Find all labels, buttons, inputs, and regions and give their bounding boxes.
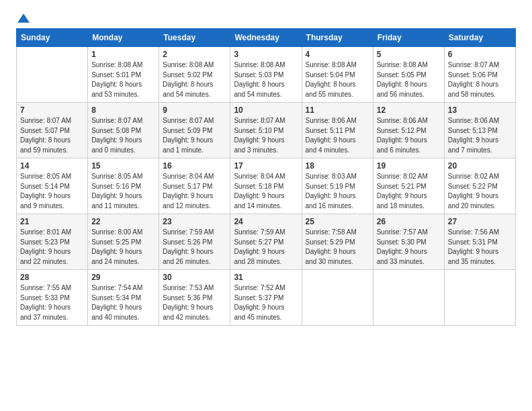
day-info: Sunrise: 7:55 AM Sunset: 5:33 PM Dayligh… — [20, 283, 84, 322]
calendar-cell: 9Sunrise: 8:07 AM Sunset: 5:09 PM Daylig… — [159, 103, 230, 158]
calendar-cell: 5Sunrise: 8:08 AM Sunset: 5:05 PM Daylig… — [373, 47, 444, 103]
calendar-cell: 16Sunrise: 8:04 AM Sunset: 5:17 PM Dayli… — [159, 158, 230, 214]
weekday-header-monday: Monday — [88, 29, 159, 47]
weekday-header-thursday: Thursday — [302, 29, 373, 47]
page: SundayMondayTuesdayWednesdayThursdayFrid… — [0, 0, 532, 411]
weekday-header-sunday: Sunday — [17, 29, 88, 47]
header — [16, 13, 516, 21]
calendar-cell — [302, 270, 373, 326]
day-info: Sunrise: 8:05 AM Sunset: 5:16 PM Dayligh… — [91, 172, 155, 211]
day-number: 5 — [377, 50, 441, 59]
day-number: 11 — [306, 105, 369, 115]
day-number: 3 — [234, 50, 298, 59]
day-number: 26 — [377, 217, 441, 226]
week-row-2: 7Sunrise: 8:07 AM Sunset: 5:07 PM Daylig… — [17, 103, 516, 158]
day-number: 10 — [234, 105, 298, 115]
svg-marker-0 — [17, 13, 30, 23]
day-number: 4 — [306, 50, 369, 59]
day-info: Sunrise: 7:59 AM Sunset: 5:27 PM Dayligh… — [234, 228, 298, 267]
calendar-cell: 28Sunrise: 7:55 AM Sunset: 5:33 PM Dayli… — [17, 270, 88, 326]
day-info: Sunrise: 7:52 AM Sunset: 5:37 PM Dayligh… — [234, 283, 298, 322]
calendar-cell: 17Sunrise: 8:04 AM Sunset: 5:18 PM Dayli… — [230, 158, 302, 214]
calendar-cell: 21Sunrise: 8:01 AM Sunset: 5:23 PM Dayli… — [17, 214, 88, 270]
day-number: 24 — [234, 217, 298, 226]
calendar-cell: 10Sunrise: 8:07 AM Sunset: 5:10 PM Dayli… — [230, 103, 302, 158]
calendar-cell — [17, 47, 88, 103]
day-number: 25 — [306, 217, 369, 226]
day-info: Sunrise: 8:07 AM Sunset: 5:10 PM Dayligh… — [234, 116, 298, 155]
calendar-cell: 22Sunrise: 8:00 AM Sunset: 5:25 PM Dayli… — [88, 214, 159, 270]
day-number: 29 — [91, 273, 155, 282]
calendar-cell — [444, 270, 515, 326]
weekday-header-friday: Friday — [373, 29, 444, 47]
day-number: 28 — [20, 273, 84, 282]
weekday-header-tuesday: Tuesday — [159, 29, 230, 47]
calendar-cell: 13Sunrise: 8:06 AM Sunset: 5:13 PM Dayli… — [444, 103, 515, 158]
calendar-cell: 6Sunrise: 8:07 AM Sunset: 5:06 PM Daylig… — [444, 47, 515, 103]
calendar-cell: 1Sunrise: 8:08 AM Sunset: 5:01 PM Daylig… — [88, 47, 159, 103]
day-number: 9 — [163, 105, 226, 115]
day-number: 20 — [448, 161, 512, 171]
day-info: Sunrise: 7:56 AM Sunset: 5:31 PM Dayligh… — [448, 228, 512, 267]
calendar-cell: 15Sunrise: 8:05 AM Sunset: 5:16 PM Dayli… — [88, 158, 159, 214]
day-number: 1 — [91, 50, 155, 59]
week-row-3: 14Sunrise: 8:05 AM Sunset: 5:14 PM Dayli… — [17, 158, 516, 214]
day-info: Sunrise: 8:06 AM Sunset: 5:11 PM Dayligh… — [306, 116, 369, 155]
day-info: Sunrise: 7:58 AM Sunset: 5:29 PM Dayligh… — [306, 228, 369, 267]
day-info: Sunrise: 8:02 AM Sunset: 5:22 PM Dayligh… — [448, 172, 512, 211]
day-number: 27 — [448, 217, 512, 226]
day-info: Sunrise: 8:08 AM Sunset: 5:04 PM Dayligh… — [306, 60, 369, 99]
calendar-cell: 12Sunrise: 8:06 AM Sunset: 5:12 PM Dayli… — [373, 103, 444, 158]
day-number: 12 — [377, 105, 441, 115]
day-info: Sunrise: 7:57 AM Sunset: 5:30 PM Dayligh… — [377, 228, 441, 267]
day-number: 23 — [163, 217, 226, 226]
day-info: Sunrise: 8:04 AM Sunset: 5:18 PM Dayligh… — [234, 172, 298, 211]
weekday-header-saturday: Saturday — [444, 29, 515, 47]
calendar-cell: 7Sunrise: 8:07 AM Sunset: 5:07 PM Daylig… — [17, 103, 88, 158]
day-info: Sunrise: 8:06 AM Sunset: 5:12 PM Dayligh… — [377, 116, 441, 155]
day-number: 18 — [306, 161, 369, 171]
day-info: Sunrise: 8:08 AM Sunset: 5:03 PM Dayligh… — [234, 60, 298, 99]
calendar-cell: 18Sunrise: 8:03 AM Sunset: 5:19 PM Dayli… — [302, 158, 373, 214]
day-info: Sunrise: 8:01 AM Sunset: 5:23 PM Dayligh… — [20, 228, 84, 267]
day-info: Sunrise: 7:53 AM Sunset: 5:36 PM Dayligh… — [163, 283, 226, 322]
calendar-cell: 23Sunrise: 7:59 AM Sunset: 5:26 PM Dayli… — [159, 214, 230, 270]
day-info: Sunrise: 8:07 AM Sunset: 5:06 PM Dayligh… — [448, 60, 512, 99]
day-info: Sunrise: 8:06 AM Sunset: 5:13 PM Dayligh… — [448, 116, 512, 155]
day-number: 6 — [448, 50, 512, 59]
calendar-cell: 2Sunrise: 8:08 AM Sunset: 5:02 PM Daylig… — [159, 47, 230, 103]
day-number: 15 — [91, 161, 155, 171]
calendar-cell: 14Sunrise: 8:05 AM Sunset: 5:14 PM Dayli… — [17, 158, 88, 214]
day-info: Sunrise: 8:05 AM Sunset: 5:14 PM Dayligh… — [20, 172, 84, 211]
day-number: 21 — [20, 217, 84, 226]
calendar-cell: 27Sunrise: 7:56 AM Sunset: 5:31 PM Dayli… — [444, 214, 515, 270]
day-info: Sunrise: 8:08 AM Sunset: 5:05 PM Dayligh… — [377, 60, 441, 99]
weekday-header-row: SundayMondayTuesdayWednesdayThursdayFrid… — [17, 29, 516, 47]
logo-icon — [17, 13, 30, 23]
day-info: Sunrise: 8:02 AM Sunset: 5:21 PM Dayligh… — [377, 172, 441, 211]
week-row-5: 28Sunrise: 7:55 AM Sunset: 5:33 PM Dayli… — [17, 270, 516, 326]
day-info: Sunrise: 8:08 AM Sunset: 5:02 PM Dayligh… — [163, 60, 226, 99]
calendar-cell: 29Sunrise: 7:54 AM Sunset: 5:34 PM Dayli… — [88, 270, 159, 326]
calendar-table: SundayMondayTuesdayWednesdayThursdayFrid… — [16, 28, 516, 326]
weekday-header-wednesday: Wednesday — [230, 29, 302, 47]
week-row-1: 1Sunrise: 8:08 AM Sunset: 5:01 PM Daylig… — [17, 47, 516, 103]
day-info: Sunrise: 8:07 AM Sunset: 5:07 PM Dayligh… — [20, 116, 84, 155]
day-number: 8 — [91, 105, 155, 115]
day-info: Sunrise: 8:00 AM Sunset: 5:25 PM Dayligh… — [91, 228, 155, 267]
logo — [16, 13, 30, 21]
calendar-cell: 24Sunrise: 7:59 AM Sunset: 5:27 PM Dayli… — [230, 214, 302, 270]
day-number: 30 — [163, 273, 226, 282]
calendar-cell: 11Sunrise: 8:06 AM Sunset: 5:11 PM Dayli… — [302, 103, 373, 158]
calendar-cell: 25Sunrise: 7:58 AM Sunset: 5:29 PM Dayli… — [302, 214, 373, 270]
day-info: Sunrise: 8:04 AM Sunset: 5:17 PM Dayligh… — [163, 172, 226, 211]
day-number: 19 — [377, 161, 441, 171]
week-row-4: 21Sunrise: 8:01 AM Sunset: 5:23 PM Dayli… — [17, 214, 516, 270]
day-info: Sunrise: 8:03 AM Sunset: 5:19 PM Dayligh… — [306, 172, 369, 211]
logo-text — [16, 13, 30, 23]
calendar-cell: 4Sunrise: 8:08 AM Sunset: 5:04 PM Daylig… — [302, 47, 373, 103]
day-number: 17 — [234, 161, 298, 171]
day-number: 16 — [163, 161, 226, 171]
calendar-cell: 30Sunrise: 7:53 AM Sunset: 5:36 PM Dayli… — [159, 270, 230, 326]
day-number: 31 — [234, 273, 298, 282]
